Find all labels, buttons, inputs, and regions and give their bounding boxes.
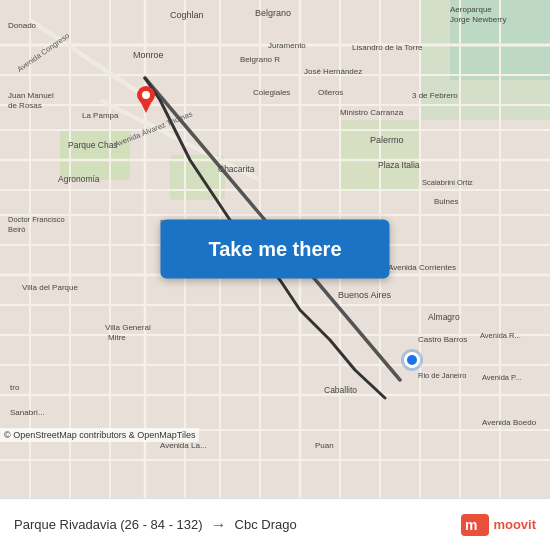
route-info: Parque Rivadavia (26 - 84 - 132) → Cbc D…	[14, 516, 297, 534]
svg-text:de Rosas: de Rosas	[8, 101, 42, 110]
svg-text:Jorge Newberry: Jorge Newberry	[450, 15, 506, 24]
svg-text:Villa General: Villa General	[105, 323, 151, 332]
svg-text:3 de Febrero: 3 de Febrero	[412, 91, 458, 100]
svg-text:Avenida Boedo: Avenida Boedo	[482, 418, 537, 427]
take-me-there-button[interactable]: Take me there	[160, 220, 389, 279]
arrow-icon: →	[211, 516, 227, 534]
moovit-text: moovit	[493, 517, 536, 532]
svg-text:Agronomía: Agronomía	[58, 174, 100, 184]
svg-text:Donado: Donado	[8, 21, 37, 30]
svg-text:Belgrano R: Belgrano R	[240, 55, 280, 64]
svg-text:Caballito: Caballito	[324, 385, 357, 395]
svg-text:Juan Manuel: Juan Manuel	[8, 91, 54, 100]
svg-text:Puan: Puan	[315, 441, 334, 450]
svg-text:Bulnes: Bulnes	[434, 197, 458, 206]
svg-text:Scalabrini Ortiz: Scalabrini Ortiz	[422, 178, 473, 187]
svg-text:Palermo: Palermo	[370, 135, 404, 145]
osm-credit: © OpenStreetMap contributors & OpenMapTi…	[0, 428, 199, 442]
moovit-logo: m moovit	[461, 514, 536, 536]
svg-text:Avenida P...: Avenida P...	[482, 373, 521, 382]
svg-text:Aeroparque: Aeroparque	[450, 5, 492, 14]
svg-text:Doctor Francisco: Doctor Francisco	[8, 215, 65, 224]
svg-text:Ministro Carranza: Ministro Carranza	[340, 108, 404, 117]
svg-text:Lisandro de la Torre: Lisandro de la Torre	[352, 43, 423, 52]
svg-text:Juramento: Juramento	[268, 41, 306, 50]
svg-text:Avenida Corrientes: Avenida Corrientes	[388, 263, 456, 272]
svg-text:Sanabrí...: Sanabrí...	[10, 408, 45, 417]
svg-text:Buenos Aires: Buenos Aires	[338, 290, 392, 300]
svg-text:tro: tro	[10, 383, 20, 392]
footer: Parque Rivadavia (26 - 84 - 132) → Cbc D…	[0, 498, 550, 550]
svg-text:Olleros: Olleros	[318, 88, 343, 97]
svg-text:Castro Barros: Castro Barros	[418, 335, 467, 344]
svg-text:m: m	[465, 517, 477, 533]
map-pin	[136, 85, 156, 113]
svg-text:La Pampa: La Pampa	[82, 111, 119, 120]
svg-text:José Hernández: José Hernández	[304, 67, 362, 76]
svg-text:Avenida La...: Avenida La...	[160, 441, 207, 450]
svg-text:Avenida R...: Avenida R...	[480, 331, 521, 340]
svg-text:Rio de Janeiro: Rio de Janeiro	[418, 371, 466, 380]
map-container: Coghlan Belgrano Aeroparque Jorge Newber…	[0, 0, 550, 498]
svg-point-86	[142, 91, 150, 99]
app: Coghlan Belgrano Aeroparque Jorge Newber…	[0, 0, 550, 550]
svg-text:Coghlan: Coghlan	[170, 10, 204, 20]
svg-text:Villa del Parque: Villa del Parque	[22, 283, 78, 292]
svg-text:Plaza Italia: Plaza Italia	[378, 160, 420, 170]
svg-text:Colegiales: Colegiales	[253, 88, 290, 97]
user-location-dot	[404, 352, 420, 368]
svg-text:Parque Chas: Parque Chas	[68, 140, 118, 150]
svg-text:Almagro: Almagro	[428, 312, 460, 322]
svg-marker-85	[140, 101, 152, 113]
svg-text:Monroe: Monroe	[133, 50, 164, 60]
svg-text:Beiró: Beiró	[8, 225, 26, 234]
svg-text:Belgrano: Belgrano	[255, 8, 291, 18]
svg-text:Chacarita: Chacarita	[218, 164, 255, 174]
svg-text:Mitre: Mitre	[108, 333, 126, 342]
origin-label: Parque Rivadavia (26 - 84 - 132)	[14, 517, 203, 532]
destination-label: Cbc Drago	[235, 517, 297, 532]
